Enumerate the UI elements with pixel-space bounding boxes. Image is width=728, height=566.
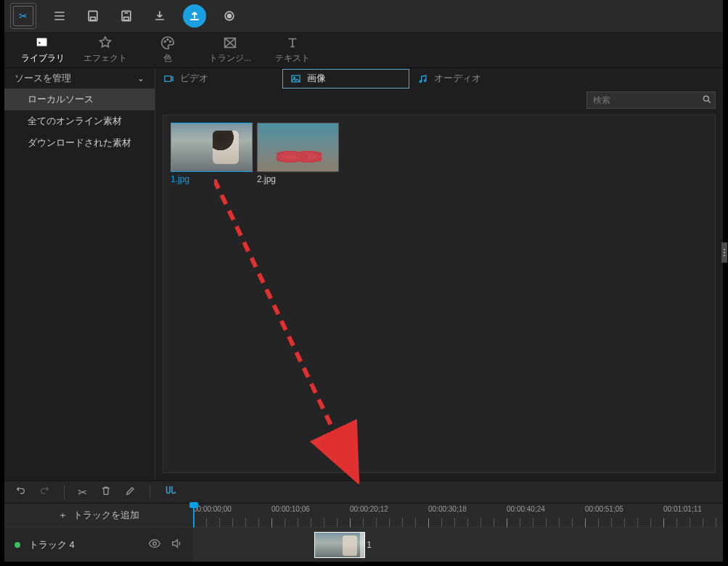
cut-icon[interactable]: ✂ xyxy=(78,485,87,499)
download-icon[interactable] xyxy=(150,6,170,26)
plus-icon: ＋ xyxy=(58,509,68,522)
delete-icon[interactable] xyxy=(100,485,112,499)
search-input[interactable] xyxy=(586,91,716,109)
menu-icon[interactable] xyxy=(49,6,70,26)
tab-library-label: ライブラリ xyxy=(21,52,65,65)
sidebar-item-local[interactable]: ローカルソース xyxy=(4,89,155,110)
svg-point-9 xyxy=(170,41,171,42)
source-manage-header[interactable]: ソースを管理 ⌄ xyxy=(4,68,155,89)
top-toolbar: ✂ xyxy=(4,0,723,32)
edit-icon[interactable] xyxy=(125,485,136,499)
save-as-icon[interactable] xyxy=(116,6,136,26)
thumb-image xyxy=(257,123,339,172)
svg-point-14 xyxy=(703,96,708,101)
svg-rect-6 xyxy=(37,38,47,46)
resize-handle[interactable] xyxy=(721,242,727,263)
track-visibility-icon[interactable] xyxy=(148,537,161,552)
svg-point-7 xyxy=(164,41,165,42)
tab-transition-label: トランジ... xyxy=(209,52,251,65)
tab-text-label: テキスト xyxy=(275,52,310,65)
media-thumb-1[interactable]: 1.jpg xyxy=(171,123,253,184)
filter-tab-audio[interactable]: オーディオ xyxy=(409,69,536,89)
track-name: トラック 4 xyxy=(29,538,139,551)
search-icon xyxy=(702,94,712,107)
track-lane[interactable]: 1 xyxy=(193,528,723,562)
media-thumb-2[interactable]: 2.jpg xyxy=(257,123,339,184)
thumb-label: 1.jpg xyxy=(171,172,253,184)
filter-tab-video[interactable]: ビデオ xyxy=(155,69,282,89)
snap-icon[interactable] xyxy=(163,484,176,500)
sidebar-item-online[interactable]: 全てのオンライン素材 xyxy=(4,110,155,132)
timeline-clip[interactable]: 1 xyxy=(314,532,365,558)
thumb-label: 2.jpg xyxy=(257,172,339,184)
track-audio-icon[interactable] xyxy=(170,537,183,552)
tab-color[interactable]: 色 xyxy=(136,32,199,67)
save-icon[interactable] xyxy=(83,6,103,26)
thumb-image xyxy=(171,123,253,172)
svg-point-16 xyxy=(153,542,157,546)
source-sidebar: ソースを管理 ⌄ ローカルソース 全てのオンライン素材 ダウンロードされた素材 xyxy=(4,68,155,480)
redo-icon[interactable] xyxy=(39,485,51,499)
sidebar-item-downloaded[interactable]: ダウンロードされた素材 xyxy=(4,132,155,154)
record-icon[interactable] xyxy=(219,6,240,26)
annotation-arrow xyxy=(214,179,374,484)
track-header[interactable]: トラック 4 xyxy=(4,528,193,562)
media-canvas: 1.jpg 2.jpg xyxy=(163,115,716,473)
svg-rect-11 xyxy=(165,75,171,81)
add-track-button[interactable]: ＋ トラックを追加 xyxy=(4,504,193,527)
app-logo: ✂ xyxy=(10,3,36,29)
media-type-tabs: ビデオ 画像 オーディオ xyxy=(155,68,723,89)
track-active-dot xyxy=(15,542,20,548)
tab-library[interactable]: ライブラリ xyxy=(12,32,74,67)
tab-transition[interactable]: トランジ... xyxy=(199,32,261,67)
tab-effects[interactable]: エフェクト xyxy=(74,32,136,67)
filter-tab-image[interactable]: 画像 xyxy=(282,69,409,89)
svg-point-5 xyxy=(228,15,232,18)
timeline: ＋ トラックを追加 00:00:00;0000:00:10;0600:00:20… xyxy=(4,504,723,562)
export-button[interactable] xyxy=(183,4,206,28)
tab-text[interactable]: テキスト xyxy=(261,32,324,67)
content-panel: ビデオ 画像 オーディオ xyxy=(155,68,723,480)
tab-effects-label: エフェクト xyxy=(83,52,127,65)
undo-icon[interactable] xyxy=(15,485,26,499)
timeline-toolbar: ✂ xyxy=(4,480,723,504)
tab-color-label: 色 xyxy=(163,52,172,65)
svg-line-15 xyxy=(214,179,352,469)
svg-rect-3 xyxy=(124,17,129,20)
timeline-ruler[interactable]: 00:00:00;0000:00:10;0600:00:20;1200:00:3… xyxy=(193,504,723,527)
svg-rect-1 xyxy=(91,17,96,20)
svg-point-8 xyxy=(167,39,168,41)
chevron-down-icon: ⌄ xyxy=(137,73,144,83)
main-tabs: ライブラリ エフェクト 色 トランジ... テキスト xyxy=(4,32,723,68)
